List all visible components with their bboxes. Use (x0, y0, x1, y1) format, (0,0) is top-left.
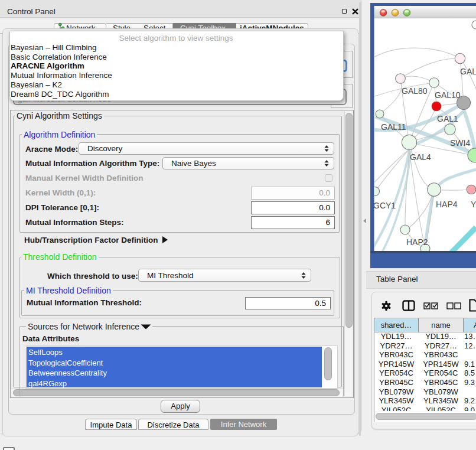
svg-text:Y: Y (471, 200, 476, 209)
svg-text:GAL80: GAL80 (402, 86, 428, 96)
svg-text:HAP2: HAP2 (406, 237, 428, 247)
svg-text:GAL4: GAL4 (410, 152, 431, 162)
svg-text:GAL10: GAL10 (435, 90, 461, 100)
svg-text:SWI4: SWI4 (450, 138, 470, 148)
svg-text:GAL11: GAL11 (381, 122, 406, 132)
svg-text:GAL: GAL (460, 67, 476, 76)
svg-text:GCY1: GCY1 (373, 201, 396, 210)
svg-text:HAP4: HAP4 (436, 200, 458, 209)
svg-text:GAL1: GAL1 (437, 114, 458, 123)
